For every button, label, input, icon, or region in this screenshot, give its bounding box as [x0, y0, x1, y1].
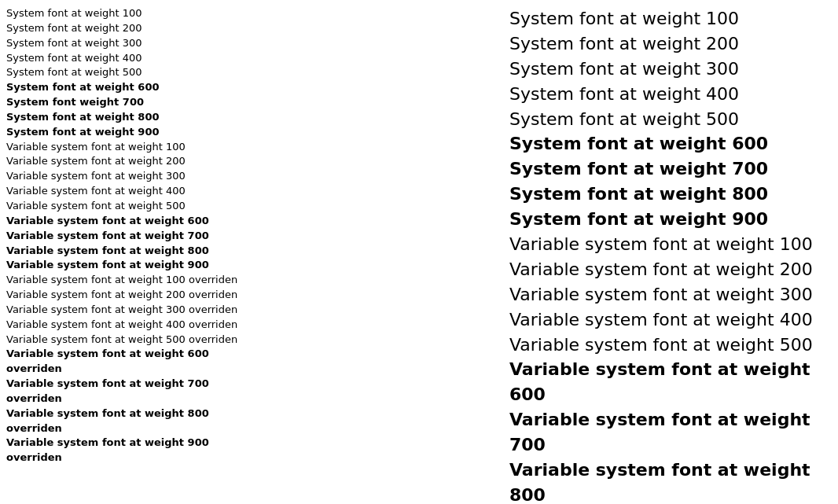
- left-column: System font at weight 100System font at …: [6, 6, 258, 504]
- variable-font-item: Variable system font at weight 200: [509, 257, 832, 282]
- variable-font-item: Variable system font at weight 400: [6, 184, 258, 199]
- variable-font-item: Variable system font at weight 800: [6, 244, 258, 259]
- variable-font-item: Variable system font at weight 600: [6, 214, 258, 229]
- variable-overriden-item: Variable system font at weight 200 overr…: [6, 288, 258, 303]
- variable-font-item: Variable system font at weight 900: [6, 258, 258, 273]
- system-font-item: System font at weight 200: [6, 21, 258, 36]
- variable-font-item: Variable system font at weight 100: [6, 140, 258, 155]
- variable-font-item: Variable system font at weight 700: [509, 407, 832, 458]
- system-font-item: System font at weight 500: [509, 107, 832, 132]
- variable-font-item: Variable system font at weight 500: [6, 199, 258, 214]
- variable-overriden-item: Variable system font at weight 500 overr…: [6, 333, 258, 348]
- system-font-item: System font at weight 900: [6, 125, 258, 140]
- variable-overriden-item: Variable system font at weight 100 overr…: [6, 273, 258, 288]
- system-font-item: System font at weight 400: [509, 82, 832, 107]
- system-font-item: System font at weight 100: [6, 6, 258, 21]
- system-font-item: System font at weight 800: [6, 110, 258, 125]
- variable-font-item: Variable system font at weight 600: [509, 357, 832, 407]
- variable-font-item: Variable system font at weight 400: [509, 307, 832, 333]
- system-font-item: System font at weight 600: [6, 80, 258, 95]
- system-font-item: System font at weight 300: [6, 36, 258, 51]
- variable-overriden-item: Variable system font at weight 300 overr…: [6, 303, 258, 318]
- variable-overriden-item: Variable system font at weight 900 overr…: [6, 436, 258, 465]
- variable-font-item: Variable system font at weight 300: [6, 169, 258, 184]
- system-font-item: System font at weight 100: [509, 6, 832, 31]
- variable-overriden-item: Variable system font at weight 600 overr…: [6, 347, 258, 377]
- variable-overriden-item: Variable system font at weight 400 overr…: [6, 318, 258, 333]
- system-font-item: System font at weight 200: [509, 31, 832, 57]
- variable-font-item: Variable system font at weight 500: [509, 333, 832, 358]
- variable-font-item: Variable system font at weight 800: [509, 458, 832, 504]
- variable-font-item: Variable system font at weight 200: [6, 154, 258, 169]
- variable-overriden-item: Variable system font at weight 700 overr…: [6, 377, 258, 407]
- system-font-item: System font at weight 500: [6, 65, 258, 80]
- variable-overriden-item: Variable system font at weight 800 overr…: [6, 407, 258, 436]
- system-font-item: System font at weight 300: [509, 57, 832, 82]
- system-font-item: System font at weight 400: [6, 51, 258, 66]
- system-font-item: System font at weight 900: [509, 207, 832, 232]
- right-column: System font at weight 100System font at …: [258, 6, 832, 504]
- system-font-item: System font weight 700: [6, 95, 258, 110]
- system-font-item: System font at weight 700: [509, 156, 832, 182]
- variable-font-item: Variable system font at weight 100: [509, 232, 832, 257]
- variable-font-item: Variable system font at weight 300: [509, 282, 832, 307]
- system-font-item: System font at weight 800: [509, 182, 832, 207]
- system-font-item: System font at weight 600: [509, 131, 832, 156]
- variable-font-item: Variable system font at weight 700: [6, 229, 258, 244]
- main-container: System font at weight 100System font at …: [6, 6, 832, 504]
